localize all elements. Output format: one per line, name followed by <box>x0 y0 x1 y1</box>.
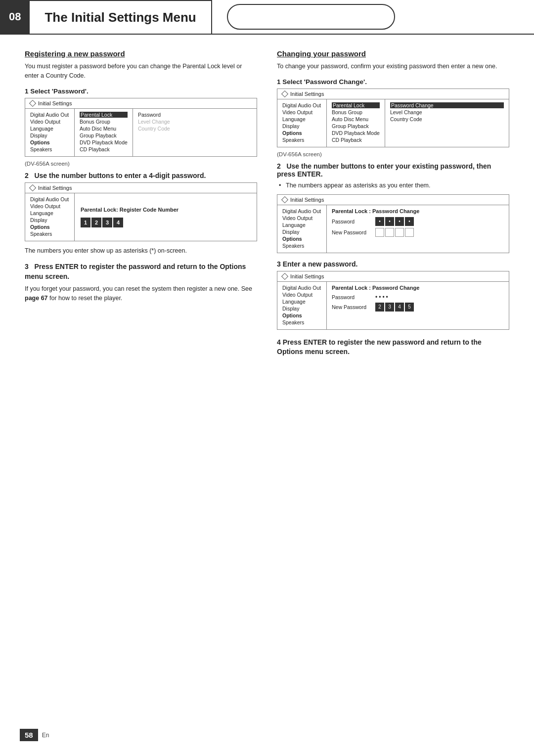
rscreen1-header: Initial Settings <box>277 89 509 99</box>
menu-item: Speakers <box>282 243 321 249</box>
pw-row-new: New Password <box>332 228 504 237</box>
diamond-icon <box>29 184 36 191</box>
pw-box: • <box>375 217 384 226</box>
diamond-icon <box>29 99 36 106</box>
submenu-item: Group Playback <box>332 123 380 129</box>
right-section-para: To change your password, confirm your ex… <box>277 62 509 71</box>
rscreen1-body: Digital Audio Out Video Output Language … <box>277 99 509 147</box>
submenu-item: Bonus Group <box>332 109 380 115</box>
pw-box <box>385 228 394 237</box>
menu-item: Display <box>30 217 69 223</box>
menu-item: Speakers <box>30 146 69 152</box>
new-pw-label: New Password <box>332 229 371 235</box>
submenu-item-selected: Parental Lock <box>80 112 128 118</box>
left-step2-label: 2 Use the number buttons to enter a 4-di… <box>25 172 257 179</box>
right-item-selected: Password Change <box>390 102 504 108</box>
new-pw-label: New Password <box>332 304 371 310</box>
right-step2-screen: Initial Settings Digital Audio Out Video… <box>277 194 509 253</box>
right-step1-label: 1 Select 'Password Change'. <box>277 78 509 86</box>
right-item: Password <box>138 112 252 118</box>
digit-4: 4 <box>113 218 123 227</box>
digit-boxes: 1 2 3 4 <box>81 218 251 227</box>
menu-item: Language <box>282 222 321 228</box>
menu-item: Digital Audio Out <box>30 112 69 118</box>
pw-label: Password <box>332 219 371 224</box>
menu-item: Speakers <box>282 319 321 325</box>
menu-item: Video Output <box>30 119 69 125</box>
pw-box: 3 <box>385 303 394 311</box>
left-step1-caption: (DV-656A screen) <box>25 161 257 167</box>
menu-item: Digital Audio Out <box>282 285 321 291</box>
screen1-right-col: Password Level Change Country Code <box>133 109 257 156</box>
menu-item-active: Options <box>282 130 321 136</box>
menu-item: Video Output <box>282 215 321 221</box>
right-step4-label: 4 Press ENTER to register the new passwo… <box>277 338 509 357</box>
right-column: Changing your password To change your pa… <box>277 49 509 357</box>
right-step1-screen: Initial Settings Digital Audio Out Video… <box>277 89 509 147</box>
step2-note: The numbers you enter show up as asteris… <box>25 246 257 256</box>
pw-box: 4 <box>395 303 404 311</box>
submenu-item: DVD Playback Mode <box>80 139 128 145</box>
screen2-center-label: Parental Lock: Register Code Number <box>81 207 251 213</box>
diamond-icon <box>281 90 288 97</box>
pw-label: Password <box>332 294 371 300</box>
menu-item: Language <box>282 116 321 122</box>
rscreen2-header: Initial Settings <box>277 195 509 205</box>
menu-item: Video Output <box>282 109 321 115</box>
pw-dot: • <box>386 294 388 301</box>
new-pw-empty-boxes <box>375 228 414 237</box>
pw-box: 2 <box>375 303 384 311</box>
right-item: Country Code <box>390 116 504 122</box>
pw-title: Parental Lock : Password Change <box>332 285 504 291</box>
rscreen3-pw-right: Parental Lock : Password Change Password… <box>327 282 509 329</box>
page-content: Registering a new password You must regi… <box>0 35 534 377</box>
screen2-title: Initial Settings <box>38 185 72 191</box>
right-step3-label: 3 Enter a new password. <box>277 260 509 268</box>
rscreen3-menu-col: Digital Audio Out Video Output Language … <box>277 282 327 329</box>
right-step3-screen: Initial Settings Digital Audio Out Video… <box>277 271 509 330</box>
pw-row-password: Password • • • • <box>332 217 504 226</box>
rscreen2-body: Digital Audio Out Video Output Language … <box>277 205 509 253</box>
pw-box <box>395 228 404 237</box>
page-footer: 58 En <box>20 729 49 741</box>
menu-item: Display <box>282 123 321 129</box>
rscreen1-title: Initial Settings <box>290 91 324 97</box>
pw-row-password: Password • • • • <box>332 294 504 301</box>
right-step2-label: 2 Use the number buttons to enter your e… <box>277 162 509 178</box>
menu-item-active: Options <box>282 312 321 318</box>
page-header: 08 The Initial Settings Menu <box>0 0 534 35</box>
menu-item: Speakers <box>282 137 321 143</box>
menu-item: Language <box>282 299 321 305</box>
screen2-body: Digital Audio Out Video Output Language … <box>25 193 257 241</box>
menu-item: Video Output <box>282 292 321 298</box>
left-step3-label: 3 Press ENTER to register the password a… <box>25 262 257 281</box>
screen2-header: Initial Settings <box>25 183 257 193</box>
header-pill <box>227 4 395 30</box>
pw-box: • <box>385 217 394 226</box>
left-step3-sub: If you forget your password, you can res… <box>25 284 257 303</box>
pw-box: 5 <box>405 303 414 311</box>
pw-box <box>405 228 414 237</box>
left-step1-screen: Initial Settings Digital Audio Out Video… <box>25 98 257 157</box>
rscreen1-submenu-col: Parental Lock Bonus Group Auto Disc Menu… <box>327 99 385 147</box>
screen1-body: Digital Audio Out Video Output Language … <box>25 109 257 156</box>
digit-3: 3 <box>102 218 112 227</box>
submenu-item: DVD Playback Mode <box>332 130 380 136</box>
rscreen2-pw-right: Parental Lock : Password Change Password… <box>327 205 509 253</box>
menu-item: Display <box>282 229 321 235</box>
menu-item: Display <box>30 133 69 138</box>
submenu-item: Bonus Group <box>80 119 128 125</box>
menu-item: Language <box>30 126 69 132</box>
pw-box <box>375 228 384 237</box>
submenu-item: Auto Disc Menu <box>80 126 128 132</box>
menu-item: Language <box>30 210 69 216</box>
submenu-item: Auto Disc Menu <box>332 116 380 122</box>
menu-item: Display <box>282 306 321 311</box>
rscreen2-title: Initial Settings <box>290 197 324 203</box>
submenu-item-selected: Parental Lock <box>332 102 380 108</box>
right-section-heading: Changing your password <box>277 49 509 58</box>
pw-box: • <box>395 217 404 226</box>
digit-1: 1 <box>81 218 90 227</box>
menu-item-active: Options <box>30 224 69 230</box>
menu-item: Digital Audio Out <box>282 102 321 108</box>
